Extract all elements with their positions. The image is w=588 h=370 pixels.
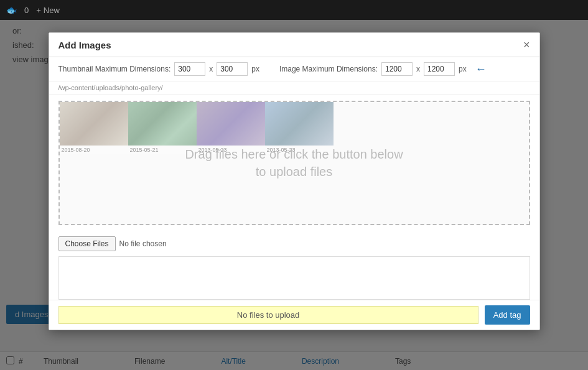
thumbnail-dimensions-label: Thumbnail Maximum Dimensions: xyxy=(58,65,171,73)
thumb-x-separator: x xyxy=(209,65,213,73)
upload-path: /wp-content/uploads/photo-gallery/ xyxy=(49,81,539,95)
add-images-modal: Add Images × Thumbnail Maximum Dimension… xyxy=(49,32,540,330)
scroll-area[interactable] xyxy=(58,256,530,300)
top-bar: 🐟 0 + New xyxy=(0,0,588,20)
thumb-item-4: 2013-05-23 xyxy=(265,102,334,158)
thumb-date-3: 2013-05-23 xyxy=(197,146,265,154)
thumb-date-1: 2015-08-20 xyxy=(60,146,128,154)
modal-header: Add Images × xyxy=(49,33,539,57)
thumb-date-2: 2015-05-21 xyxy=(128,146,197,154)
img-width-input[interactable] xyxy=(381,62,413,76)
thumbnail-previews: 2015-08-20 2015-05-21 2013-05-23 2013-05… xyxy=(60,102,334,158)
no-files-banner: No files to upload xyxy=(58,306,478,324)
new-button[interactable]: + New xyxy=(36,6,60,15)
choose-files-button[interactable]: Choose Files xyxy=(58,236,116,251)
img-height-input[interactable] xyxy=(424,62,455,76)
modal-close-button[interactable]: × xyxy=(523,39,530,50)
thumb-width-input[interactable] xyxy=(174,62,205,76)
img-x-separator: x xyxy=(416,65,420,73)
drop-zone[interactable]: 2015-08-20 2015-05-21 2013-05-23 2013-05… xyxy=(58,101,530,225)
wp-icon: 🐟 xyxy=(6,5,17,15)
notification-count: 0 xyxy=(24,6,29,15)
thumb-height-input[interactable] xyxy=(217,62,248,76)
dimensions-row: Thumbnail Maximum Dimensions: x px Image… xyxy=(49,57,539,81)
thumb-item-3: 2013-05-23 xyxy=(197,102,265,158)
thumb-image-2 xyxy=(128,102,197,146)
img-unit: px xyxy=(459,65,467,73)
add-tag-button[interactable]: Add tag xyxy=(485,305,530,325)
arrow-icon[interactable]: ← xyxy=(475,63,487,76)
no-file-chosen-text: No file chosen xyxy=(119,239,167,248)
thumb-image-1 xyxy=(60,102,128,146)
thumb-unit: px xyxy=(251,65,259,73)
thumb-image-3 xyxy=(197,102,265,146)
thumb-item-1: 2015-08-20 xyxy=(60,102,128,158)
plus-icon: + xyxy=(36,6,41,15)
modal-bottom: No files to upload Add tag xyxy=(49,300,539,330)
file-input-row: Choose Files No file chosen xyxy=(49,231,539,256)
thumb-image-4 xyxy=(265,102,334,146)
modal-title: Add Images xyxy=(58,40,111,50)
thumb-date-4: 2013-05-23 xyxy=(265,146,334,154)
image-dimensions-label: Image Maximum Dimensions: xyxy=(279,65,378,73)
thumb-item-2: 2015-05-21 xyxy=(128,102,197,158)
modal-overlay: Add Images × Thumbnail Maximum Dimension… xyxy=(0,20,588,370)
